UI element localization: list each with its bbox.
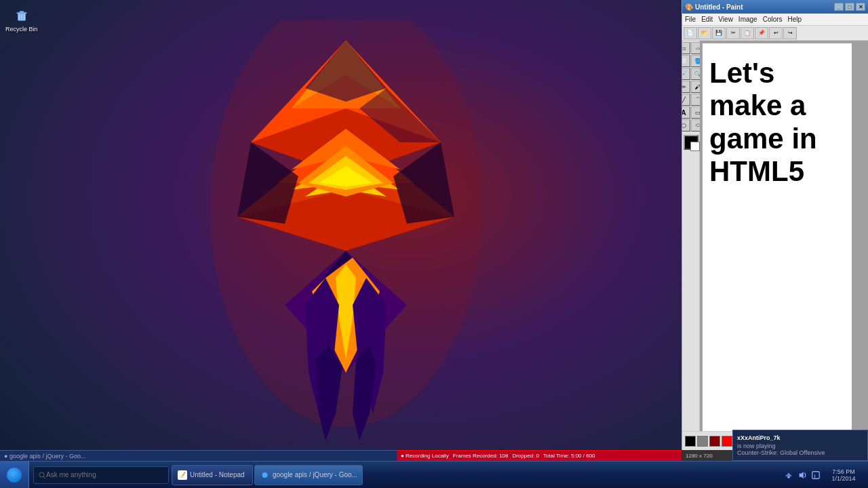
- recording-label: ● Recording Locally: [401, 453, 449, 459]
- paint-canvas-text: Let's make a game in HTML5: [709, 57, 817, 188]
- notification-line1: is now playing: [737, 443, 863, 449]
- eraser-tool[interactable]: ⬜: [682, 55, 690, 67]
- taskbar-notepad[interactable]: 📝 Untitled - Notepad: [172, 465, 253, 485]
- paint-body: ▭ ⌓ ⬜ 🪣 💉 🔍 ✏ 🖌 ╱ ⌒ A ▭: [682, 41, 868, 431]
- notification-line2: Counter-Strike: Global Offensive: [737, 449, 863, 456]
- tray-network[interactable]: [783, 469, 795, 481]
- recycle-bin-icon: [12, 5, 31, 24]
- taskbar: 📝 Untitled - Notepad ⬤ google apis / jQu…: [0, 461, 868, 488]
- taskbar-chrome[interactable]: ⬤ google apis / jQuery - Goo...: [254, 465, 363, 485]
- windows-orb: [7, 468, 22, 483]
- foreground-color[interactable]: [684, 135, 698, 150]
- total-time-label: Total Time: 5:00 / 600: [543, 453, 595, 459]
- paint-window-controls: _ □ ✕: [834, 3, 865, 11]
- line-tool[interactable]: ╱: [682, 94, 690, 106]
- frames-label: Frames Recorded: 108: [453, 453, 509, 459]
- paste-button[interactable]: 📌: [755, 27, 768, 39]
- svg-text:i: i: [814, 472, 815, 479]
- paint-icon: 🎨: [685, 3, 693, 11]
- notification-title: xXxAntiPro_7k: [737, 434, 863, 441]
- taskbar-right: i xXxAntiPro_7k is now playing Counter-S…: [778, 468, 868, 482]
- background-color[interactable]: [690, 142, 700, 151]
- desktop-artwork: [190, 20, 502, 441]
- cut-button[interactable]: ✂: [726, 27, 740, 39]
- save-button[interactable]: 💾: [712, 27, 726, 39]
- undo-button[interactable]: ↩: [769, 27, 783, 39]
- redo-button[interactable]: ↪: [783, 27, 797, 39]
- clock-date: 1/1/2014: [831, 475, 855, 482]
- search-bar[interactable]: [33, 466, 169, 484]
- paint-canvas[interactable]: Let's make a game in HTML5: [703, 43, 852, 431]
- paint-window: 🎨 Untitled - Paint _ □ ✕ File Edit View …: [682, 0, 868, 461]
- tray-action-center[interactable]: i: [810, 469, 822, 481]
- paint-tools: ▭ ⌓ ⬜ 🪣 💉 🔍 ✏ 🖌 ╱ ⌒ A ▭: [682, 41, 700, 431]
- clock-time: 7:56 PM: [832, 468, 855, 475]
- dimensions-text: 868 x 488: [686, 453, 713, 459]
- copy-button[interactable]: 📋: [741, 27, 754, 39]
- paint-canvas-area[interactable]: Let's make a game in HTML5: [700, 41, 868, 431]
- bottom-bar-left-text: ● google apis / jQuery - Goo...: [4, 453, 86, 460]
- menu-help[interactable]: Help: [788, 16, 802, 23]
- notification-popup: xXxAntiPro_7k is now playing Counter-Str…: [732, 430, 868, 461]
- maximize-button[interactable]: □: [845, 3, 854, 11]
- chrome-label: google apis / jQuery - Goo...: [273, 471, 357, 479]
- svg-line-32: [43, 476, 45, 479]
- open-button[interactable]: 📂: [698, 27, 711, 39]
- paint-titlebar: 🎨 Untitled - Paint _ □ ✕: [682, 0, 868, 14]
- polygon-tool[interactable]: ⬡: [682, 119, 690, 131]
- menu-file[interactable]: File: [685, 16, 696, 23]
- pencil-tool[interactable]: ✏: [682, 81, 690, 93]
- text-tool[interactable]: A: [682, 106, 690, 119]
- notepad-icon: 📝: [178, 470, 187, 480]
- recycle-bin[interactable]: Recycle Bin: [5, 5, 38, 33]
- color-black[interactable]: [685, 436, 696, 447]
- svg-point-31: [39, 472, 44, 477]
- bottom-bar-left: ● google apis / jQuery - Goo...: [0, 450, 397, 461]
- desktop: Recycle Bin: [0, 0, 682, 488]
- bottom-bar-streaming: ● Recording Locally Frames Recorded: 108…: [397, 450, 682, 461]
- color-darkred[interactable]: [709, 436, 720, 447]
- taskbar-tasks: 📝 Untitled - Notepad ⬤ google apis / jQu…: [172, 465, 778, 485]
- select-tool[interactable]: ▭: [682, 42, 690, 54]
- search-input[interactable]: [46, 471, 148, 479]
- svg-rect-33: [787, 476, 790, 478]
- svg-marker-34: [800, 471, 804, 479]
- paint-menubar: File Edit View Image Colors Help: [682, 14, 868, 26]
- menu-colors[interactable]: Colors: [763, 16, 783, 23]
- menu-image[interactable]: Image: [738, 16, 757, 23]
- menu-edit[interactable]: Edit: [701, 16, 713, 23]
- color-gray[interactable]: [697, 436, 708, 447]
- notepad-label: Untitled - Notepad: [190, 471, 245, 479]
- start-button[interactable]: [0, 462, 29, 488]
- paint-toolbar: 📄 📂 💾 ✂ 📋 📌 ↩ ↪: [682, 26, 868, 41]
- menu-view[interactable]: View: [718, 16, 733, 23]
- paint-title-text: Untitled - Paint: [695, 3, 743, 11]
- paint-title-left: 🎨 Untitled - Paint: [685, 3, 743, 11]
- svg-rect-35: [812, 471, 820, 479]
- new-button[interactable]: 📄: [684, 27, 697, 39]
- recycle-bin-label: Recycle Bin: [5, 26, 38, 33]
- clock[interactable]: 7:56 PM 1/1/2014: [823, 468, 864, 482]
- color-red[interactable]: [722, 436, 732, 447]
- dropped-label: Dropped: 0: [512, 453, 539, 459]
- eyedropper-tool[interactable]: 💉: [682, 68, 690, 80]
- tray-volume[interactable]: [796, 469, 808, 481]
- close-button[interactable]: ✕: [856, 3, 865, 11]
- chrome-icon: ⬤: [260, 470, 270, 480]
- svg-rect-2: [16, 12, 26, 14]
- search-icon: [38, 471, 46, 479]
- minimize-button[interactable]: _: [834, 3, 844, 11]
